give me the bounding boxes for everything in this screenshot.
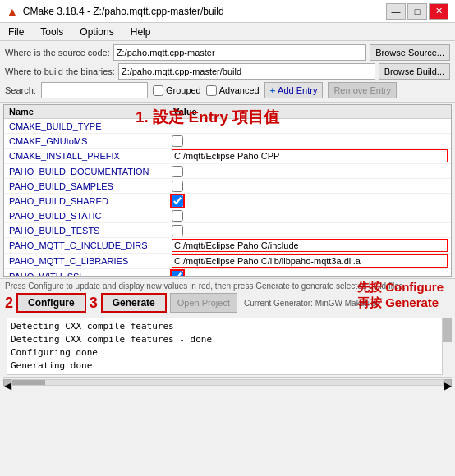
log-container: Detecting CXX compile featuresDetecting … (3, 318, 452, 375)
cell-name: PAHO_BUILD_SHARED (4, 195, 168, 207)
maximize-button[interactable]: □ (407, 3, 427, 20)
table-header: Name Value (4, 105, 451, 119)
table-row: PAHO_MQTT_C_INCLUDE_DIRS (4, 238, 451, 254)
cell-name: CMAKE_BUILD_TYPE (4, 121, 168, 132)
cell-checkbox[interactable] (172, 166, 183, 177)
cell-name: PAHO_MQTT_C_INCLUDE_DIRS (4, 240, 168, 251)
cell-value[interactable] (168, 209, 451, 222)
menu-help[interactable]: Help (126, 25, 156, 39)
cell-value[interactable] (168, 126, 451, 127)
app-icon: ▲ (7, 5, 18, 18)
table-row: PAHO_WITH_SSL (4, 269, 451, 276)
search-input[interactable] (41, 82, 148, 98)
grouped-checkbox[interactable] (153, 85, 163, 96)
table-row: CMAKE_INSTALL_PREFIX (4, 149, 451, 164)
action-buttons: 2 Configure 3 Generate Open Project Curr… (5, 293, 450, 313)
scrollbar-track[interactable] (11, 379, 444, 386)
configure-button[interactable]: Configure (16, 293, 86, 313)
table-row: PAHO_BUILD_SHARED (4, 194, 451, 208)
grouped-checkbox-label[interactable]: Grouped (153, 85, 201, 96)
cmake-table: 1. 設定 Entry 項目值 Name Value CMAKE_BUILD_T… (3, 104, 452, 277)
cell-text-input[interactable] (172, 254, 448, 268)
remove-entry-button[interactable]: Remove Entry (328, 82, 397, 98)
cell-checkbox[interactable] (172, 210, 183, 222)
col-value-header: Value (168, 105, 451, 118)
window-controls: — □ ✕ (386, 3, 448, 20)
log-line: Detecting CXX compile features - done (11, 333, 436, 346)
cell-name: PAHO_WITH_SSL (4, 271, 168, 277)
cell-value[interactable] (168, 195, 451, 208)
log-scrollbar-v[interactable] (442, 318, 452, 375)
table-row: CMAKE_BUILD_TYPE (4, 119, 451, 134)
table-row: PAHO_BUILD_TESTS (4, 223, 451, 238)
cell-value[interactable] (168, 165, 451, 178)
window-title: CMake 3.18.4 - Z:/paho.mqtt.cpp-master/b… (23, 6, 381, 17)
log-line: Generating done (11, 359, 436, 373)
log-area: Detecting CXX compile featuresDetecting … (7, 318, 448, 375)
cell-checkbox[interactable] (172, 181, 183, 192)
generate-button[interactable]: Generate (101, 293, 167, 313)
cell-value[interactable] (168, 224, 451, 237)
search-label: Search: (5, 85, 36, 95)
cell-value[interactable] (168, 254, 451, 268)
annotation-2: 2 (5, 295, 13, 312)
menu-file[interactable]: File (3, 25, 29, 39)
cell-checkbox[interactable] (172, 271, 183, 277)
source-label: Where is the source code: (5, 48, 110, 57)
log-line: Detecting CXX compile features (11, 320, 436, 333)
build-label: Where to build the binaries: (5, 66, 115, 76)
scroll-left-btn[interactable]: ◀ (3, 379, 11, 386)
cell-name: CMAKE_INSTALL_PREFIX (4, 150, 168, 162)
table-row: CMAKE_GNUtoMS (4, 134, 451, 149)
log-scroll-thumb[interactable] (443, 318, 452, 342)
open-project-button[interactable]: Open Project (170, 293, 237, 313)
bottom-bar: Press Configure to update and display ne… (0, 278, 455, 318)
table-row: PAHO_BUILD_DOCUMENTATION (4, 164, 451, 179)
table-row: PAHO_MQTT_C_LIBRARIES (4, 254, 451, 269)
browse-source-button[interactable]: Browse Source... (370, 44, 450, 61)
menu-tools[interactable]: Tools (35, 25, 68, 39)
build-input[interactable] (118, 63, 375, 80)
grouped-label: Grouped (166, 85, 201, 95)
desc-text: Press Configure to update and display ne… (5, 281, 450, 291)
cell-checkbox[interactable] (172, 135, 183, 147)
plus-icon: + (270, 85, 275, 95)
close-button[interactable]: ✕ (429, 3, 448, 20)
advanced-checkbox[interactable] (206, 85, 217, 96)
horizontal-scrollbar[interactable]: ◀ ▶ (3, 377, 452, 387)
table-row: PAHO_BUILD_SAMPLES (4, 179, 451, 194)
scrollbar-thumb[interactable] (12, 380, 45, 385)
col-name-header: Name (4, 105, 168, 118)
cell-name: PAHO_BUILD_SAMPLES (4, 181, 168, 192)
table-body: CMAKE_BUILD_TYPECMAKE_GNUtoMSCMAKE_INSTA… (4, 119, 451, 276)
cell-name: PAHO_BUILD_DOCUMENTATION (4, 166, 168, 177)
table-row: PAHO_BUILD_STATIC (4, 208, 451, 223)
menu-options[interactable]: Options (75, 25, 118, 39)
log-line: Configuring done (11, 346, 436, 359)
source-input[interactable] (113, 44, 366, 61)
cell-name: CMAKE_GNUtoMS (4, 135, 168, 147)
cell-checkbox[interactable] (172, 195, 183, 207)
cell-value[interactable] (168, 270, 451, 277)
menu-bar: File Tools Options Help (0, 23, 455, 41)
cell-text-input[interactable] (172, 239, 448, 252)
title-bar: ▲ CMake 3.18.4 - Z:/paho.mqtt.cpp-master… (0, 0, 455, 23)
cell-value[interactable] (168, 135, 451, 148)
cell-text-input[interactable] (172, 149, 448, 162)
advanced-checkbox-label[interactable]: Advanced (206, 85, 260, 96)
scroll-right-btn[interactable]: ▶ (444, 379, 452, 386)
advanced-label: Advanced (219, 85, 260, 95)
minimize-button[interactable]: — (386, 3, 406, 20)
annotation-3: 3 (90, 295, 98, 312)
browse-build-button[interactable]: Browse Build... (379, 63, 450, 80)
add-entry-button[interactable]: + Add Entry (264, 82, 324, 98)
toolbar: Where is the source code: Browse Source.… (0, 41, 455, 103)
cell-name: PAHO_BUILD_TESTS (4, 225, 168, 236)
cell-value[interactable] (168, 180, 451, 193)
cell-checkbox[interactable] (172, 225, 183, 236)
cell-name: PAHO_BUILD_STATIC (4, 210, 168, 222)
cell-value[interactable] (168, 149, 451, 163)
cell-value[interactable] (168, 238, 451, 253)
cell-name: PAHO_MQTT_C_LIBRARIES (4, 255, 168, 267)
generator-label: Current Generator: MinGW Makefiles (244, 299, 379, 308)
